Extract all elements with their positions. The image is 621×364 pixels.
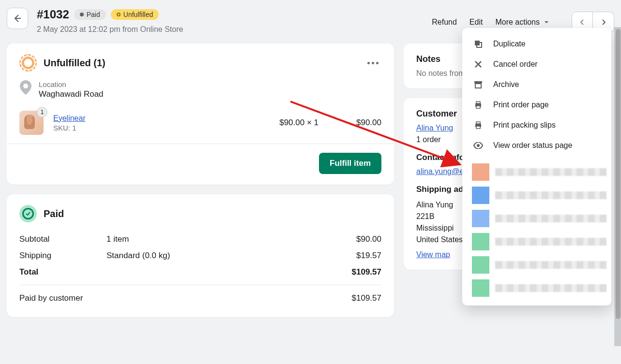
menu-view-status[interactable]: View order status page	[462, 135, 611, 156]
order-timestamp: 2 May 2023 at 12:02 pm from Online Store	[37, 25, 432, 34]
paid-by-value: $109.57	[323, 293, 381, 303]
shipping-value: $19.57	[323, 251, 381, 261]
customer-link[interactable]: Alina Yung	[416, 124, 453, 132]
more-actions-dropdown: Duplicate Cancel order Archive Print ord…	[462, 28, 611, 306]
svg-point-11	[477, 144, 480, 147]
eye-icon	[473, 142, 484, 149]
order-title: #1032	[37, 8, 69, 21]
redacted-list	[462, 156, 611, 300]
qty-badge: 1	[37, 107, 47, 117]
menu-duplicate[interactable]: Duplicate	[462, 34, 611, 54]
dot-icon	[80, 13, 84, 16]
scrollbar[interactable]	[614, 27, 621, 346]
menu-print-order[interactable]: Print order page	[462, 95, 611, 115]
svg-rect-4	[475, 84, 481, 88]
svg-rect-7	[476, 106, 480, 108]
fulfillment-menu-button[interactable]	[364, 59, 381, 67]
back-button[interactable]	[7, 8, 28, 29]
edit-button[interactable]: Edit	[470, 18, 483, 27]
menu-archive[interactable]: Archive	[462, 74, 611, 95]
fulfill-item-button[interactable]: Fulfill item	[319, 153, 381, 174]
paid-icon	[19, 205, 37, 222]
printer-icon	[473, 121, 484, 130]
subtotal-label: Subtotal	[19, 234, 106, 244]
svg-rect-3	[474, 81, 482, 83]
fulfillment-title: Unfulfilled (1)	[44, 58, 106, 69]
ring-icon	[117, 13, 121, 16]
menu-cancel-order[interactable]: Cancel order	[462, 54, 611, 74]
location-value: Waghawadi Road	[39, 89, 104, 99]
product-sku: SKU: 1	[53, 124, 241, 132]
svg-rect-9	[476, 122, 480, 124]
line-total: $90.00	[328, 118, 381, 128]
payment-title: Paid	[44, 208, 64, 219]
svg-point-0	[23, 84, 28, 88]
view-map-link[interactable]: View map	[416, 250, 450, 259]
product-thumbnail[interactable]: 1	[19, 111, 44, 135]
svg-rect-6	[476, 102, 480, 103]
paid-by-label: Paid by customer	[19, 293, 323, 303]
close-icon	[473, 60, 484, 68]
paid-badge: Paid	[74, 9, 106, 20]
refund-button[interactable]: Refund	[432, 18, 457, 27]
shipping-label: Shipping	[19, 251, 106, 261]
unfulfilled-badge: Unfulfilled	[111, 9, 159, 20]
location-pin-icon	[19, 80, 32, 96]
printer-icon	[473, 101, 484, 109]
subtotal-desc: 1 item	[106, 234, 323, 244]
svg-rect-10	[476, 126, 480, 129]
location-label: Location	[39, 80, 104, 88]
total-value: $109.57	[323, 267, 381, 277]
archive-icon	[473, 80, 484, 89]
shipping-desc: Standard (0.0 kg)	[106, 251, 323, 261]
duplicate-icon	[473, 40, 484, 48]
product-link[interactable]: Eyelinear	[53, 114, 241, 123]
unfulfilled-icon	[19, 54, 37, 72]
caret-down-icon	[544, 19, 549, 25]
menu-print-slips[interactable]: Print packing slips	[462, 115, 611, 135]
fulfillment-card: Unfulfilled (1) Location Waghawadi Road	[7, 44, 394, 185]
line-item: 1 Eyelinear SKU: 1 $90.00 × 1 $90.00	[19, 111, 381, 144]
more-actions-button[interactable]: More actions	[495, 18, 549, 27]
unit-price-qty: $90.00 × 1	[251, 118, 318, 128]
total-label: Total	[19, 267, 106, 277]
payment-card: Paid Subtotal 1 item $90.00 Shipping Sta…	[7, 194, 394, 317]
subtotal-value: $90.00	[323, 234, 381, 244]
